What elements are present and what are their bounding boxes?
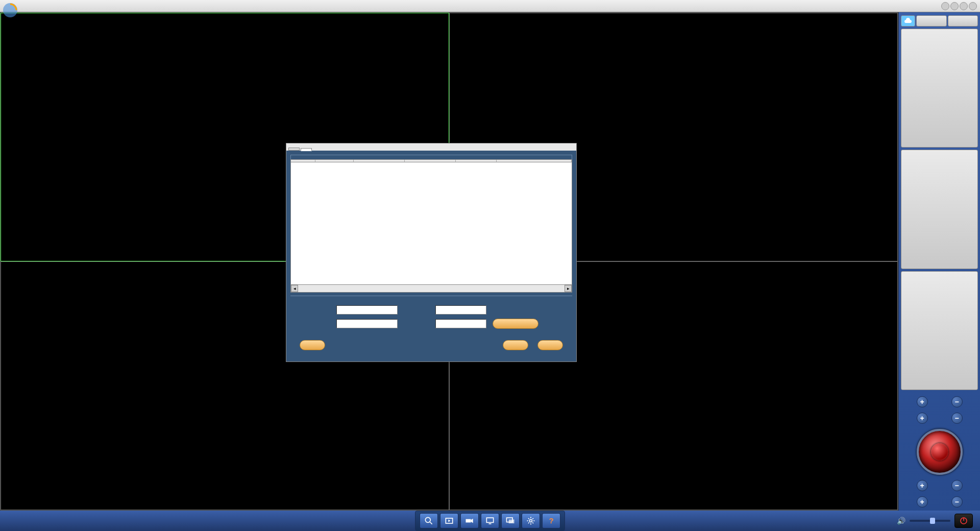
close-button[interactable] — [969, 2, 977, 10]
device-list-body[interactable] — [290, 162, 572, 285]
net-addr-input[interactable] — [336, 319, 398, 328]
upload-photo-tab[interactable] — [916, 15, 947, 27]
modify-button[interactable] — [493, 319, 538, 329]
bottom-right-controls: 🔊 — [897, 514, 973, 528]
window-controls — [941, 2, 977, 10]
col-index[interactable] — [291, 160, 315, 162]
restore-button[interactable] — [950, 2, 959, 10]
power-button[interactable] — [954, 514, 973, 528]
svg-rect-5 — [466, 519, 471, 523]
svg-rect-7 — [486, 518, 493, 522]
svg-line-2 — [430, 522, 432, 524]
device-list-title — [290, 155, 572, 159]
svg-text:?: ? — [549, 516, 553, 525]
toolbar: ? — [415, 511, 565, 531]
iris-open-button[interactable]: + — [917, 480, 928, 491]
col-net-addr[interactable] — [354, 160, 405, 162]
cloud-icon[interactable] — [901, 15, 915, 27]
password-input[interactable] — [435, 319, 486, 328]
side-panel: + − + − + − + − — [898, 12, 980, 511]
wiper-on-button[interactable]: + — [917, 496, 928, 508]
dialog-tabs — [286, 147, 576, 151]
device-manage-dialog: ◂ ▸ — [286, 143, 577, 362]
svg-marker-6 — [471, 519, 473, 523]
svg-point-1 — [425, 517, 430, 522]
cancel-button[interactable] — [537, 340, 563, 350]
camera-tool-icon[interactable] — [460, 513, 479, 528]
col-port[interactable] — [456, 160, 497, 162]
help-tool-icon[interactable]: ? — [542, 513, 560, 528]
title-bar — [0, 0, 980, 12]
minimize-button[interactable] — [941, 2, 949, 10]
ok-button[interactable] — [503, 340, 528, 350]
volume-slider[interactable] — [910, 520, 950, 522]
col-device-id[interactable] — [315, 160, 354, 162]
svg-rect-10 — [509, 520, 514, 524]
tab-auto-add[interactable] — [301, 148, 312, 151]
search-tool-icon[interactable] — [420, 513, 438, 528]
dialog-buttons — [290, 334, 572, 357]
local-login-tab[interactable] — [948, 15, 978, 27]
remote-ptz-tab[interactable] — [901, 271, 978, 390]
monitor-tool-icon[interactable] — [481, 513, 499, 528]
svg-point-11 — [530, 520, 532, 522]
search-device-button[interactable] — [300, 340, 325, 350]
scroll-right-icon[interactable]: ▸ — [565, 285, 572, 292]
wiper-off-button[interactable]: − — [951, 496, 963, 508]
focus-in-button[interactable]: + — [917, 413, 928, 424]
h-scrollbar[interactable]: ◂ ▸ — [290, 285, 572, 293]
iris-close-button[interactable]: − — [951, 480, 963, 491]
display-tool-icon[interactable] — [501, 513, 520, 528]
tab-manual-add[interactable] — [288, 148, 300, 151]
maximize-button[interactable] — [960, 2, 968, 10]
zoom-in-button[interactable]: + — [917, 396, 928, 407]
focus-out-button[interactable]: − — [951, 413, 963, 424]
ptz-controls: + − + − + − + − — [901, 396, 978, 508]
device-id-input[interactable] — [336, 305, 398, 315]
zoom-out-button[interactable]: − — [951, 396, 963, 407]
scroll-left-icon[interactable]: ◂ — [291, 285, 298, 292]
credentials-form — [290, 296, 572, 334]
username-input[interactable] — [435, 305, 486, 315]
col-gateway[interactable] — [405, 160, 456, 162]
watermark-logo — [2, 2, 18, 18]
bottom-bar: ? 🔊 — [0, 511, 980, 531]
scroll-track[interactable] — [298, 285, 565, 292]
volume-icon[interactable]: 🔊 — [897, 517, 905, 525]
form-title — [290, 296, 572, 300]
record-tool-icon[interactable] — [440, 513, 458, 528]
remote-playback-tab[interactable] — [901, 150, 978, 269]
ptz-joystick[interactable] — [917, 429, 963, 475]
svg-point-0 — [3, 3, 17, 17]
col-mac[interactable] — [497, 160, 572, 162]
dialog-body: ◂ ▸ — [286, 151, 576, 361]
device-list-tab[interactable] — [901, 29, 978, 148]
svg-marker-4 — [448, 520, 450, 522]
settings-tool-icon[interactable] — [522, 513, 540, 528]
